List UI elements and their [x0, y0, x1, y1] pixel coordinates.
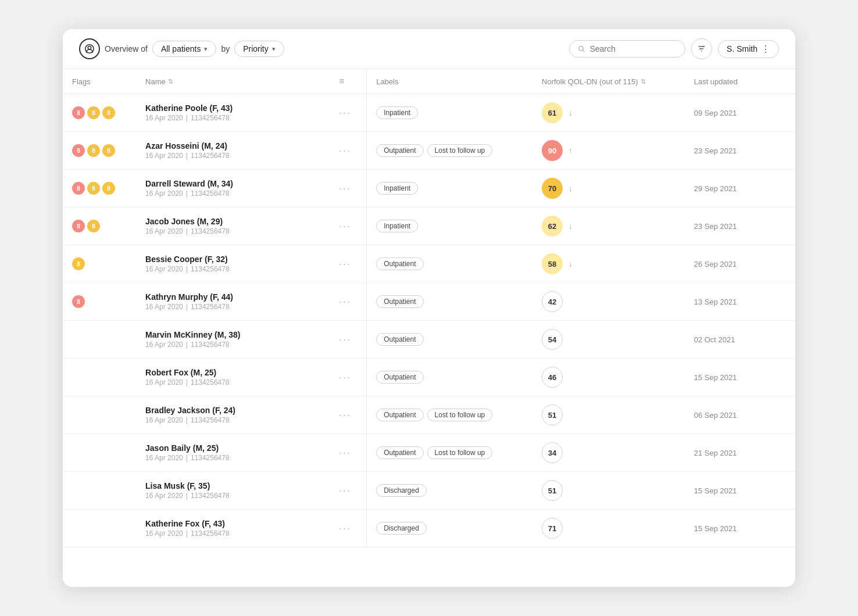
flags-cell [63, 321, 136, 359]
row-menu-cell[interactable]: ··· [330, 170, 367, 207]
flags-cell: 888 [63, 132, 136, 170]
row-menu-cell[interactable]: ··· [330, 472, 367, 510]
score-circle: 51 [542, 480, 563, 501]
row-menu-icon[interactable]: ··· [339, 409, 357, 421]
patient-name: Katherine Poole (F, 43) [145, 103, 320, 113]
label-tag: Outpatient [376, 257, 423, 270]
label-tag: Lost to follow up [427, 144, 493, 157]
patient-name: Katherine Fox (F, 43) [145, 519, 320, 528]
patient-name: Jacob Jones (M, 29) [145, 217, 320, 226]
user-menu-button[interactable]: S. Smith ⋮ [718, 40, 779, 58]
score-cell: 46 [532, 359, 685, 396]
logo-icon [79, 38, 100, 59]
name-column-header[interactable]: Name ⇅ [136, 69, 330, 94]
patient-info: 16 Apr 2020|1134256478 [145, 265, 320, 273]
row-menu-cell[interactable]: ··· [330, 396, 367, 434]
priority-button[interactable]: Priority ▾ [234, 41, 284, 57]
name-cell: Robert Fox (M, 25)16 Apr 2020|1134256478 [136, 359, 330, 396]
score-cell: 54 [532, 321, 685, 359]
row-menu-cell[interactable]: ··· [330, 207, 367, 245]
header: Overview of All patients ▾ by Priority ▾ [63, 29, 795, 69]
score-cell: 34 [532, 434, 685, 472]
table-row[interactable]: Robert Fox (M, 25)16 Apr 2020|1134256478… [63, 359, 795, 396]
search-icon [578, 45, 585, 53]
row-menu-icon[interactable]: ··· [339, 296, 357, 308]
search-input[interactable] [589, 44, 677, 53]
flag-dot: 8 [72, 257, 85, 270]
row-menu-cell[interactable]: ··· [330, 283, 367, 321]
table-row[interactable]: 8Kathryn Murphy (F, 44)16 Apr 2020|11342… [63, 283, 795, 321]
labels-cell: Outpatient [367, 245, 532, 283]
table-row[interactable]: 888Azar Hosseini (M, 24)16 Apr 2020|1134… [63, 132, 795, 170]
row-menu-icon[interactable]: ··· [339, 145, 357, 157]
patient-name: Lisa Musk (F, 35) [145, 481, 320, 490]
flag-dot: 8 [102, 182, 115, 195]
label-tag: Discharged [376, 484, 427, 497]
patient-name: Azar Hosseini (M, 24) [145, 141, 320, 151]
table-row[interactable]: 8Bessie Cooper (F, 32)16 Apr 2020|113425… [63, 245, 795, 283]
score-cell: 58↓ [532, 245, 685, 283]
flag-dot: 8 [102, 106, 115, 119]
search-box[interactable] [569, 40, 685, 58]
score-circle: 54 [542, 329, 563, 350]
patient-info: 16 Apr 2020|1134256478 [145, 189, 320, 198]
row-menu-cell[interactable]: ··· [330, 94, 367, 132]
row-menu-cell[interactable]: ··· [330, 132, 367, 170]
score-cell: 51 [532, 472, 685, 510]
flags-cell: 88 [63, 207, 136, 245]
table-row[interactable]: Katherine Fox (F, 43)16 Apr 2020|1134256… [63, 510, 795, 547]
row-menu-icon[interactable]: ··· [339, 107, 357, 119]
row-menu-icon[interactable]: ··· [339, 334, 357, 346]
row-menu-cell[interactable]: ··· [330, 434, 367, 472]
row-menu-cell[interactable]: ··· [330, 510, 367, 547]
row-menu-icon[interactable]: ··· [339, 220, 357, 232]
labels-cell: OutpatientLost to follow up [367, 434, 532, 472]
filter-button[interactable] [691, 38, 712, 59]
patient-info: 16 Apr 2020|1134256478 [145, 529, 320, 538]
label-tag: Lost to follow up [427, 409, 493, 421]
flag-dot: 8 [87, 106, 100, 119]
table-row[interactable]: 888Darrell Steward (M, 34)16 Apr 2020|11… [63, 170, 795, 207]
score-column-header[interactable]: Norfolk QOL-DN (out of 115) ⇅ [532, 69, 685, 94]
table-row[interactable]: 88Jacob Jones (M, 29)16 Apr 2020|1134256… [63, 207, 795, 245]
score-circle: 70 [542, 178, 563, 199]
row-menu-icon[interactable]: ··· [339, 258, 357, 270]
name-cell: Jacob Jones (M, 29)16 Apr 2020|113425647… [136, 207, 330, 245]
name-cell: Bessie Cooper (F, 32)16 Apr 2020|1134256… [136, 245, 330, 283]
score-cell: 70↓ [532, 170, 685, 207]
score-circle: 51 [542, 404, 563, 425]
name-cell: Kathryn Murphy (F, 44)16 Apr 2020|113425… [136, 283, 330, 321]
updated-cell: 06 Sep 2021 [685, 396, 795, 434]
row-menu-cell[interactable]: ··· [330, 245, 367, 283]
updated-cell: 15 Sep 2021 [685, 510, 795, 547]
row-menu-icon[interactable]: ··· [339, 522, 357, 535]
row-menu-icon[interactable]: ··· [339, 371, 357, 384]
labels-cell: Outpatient [367, 283, 532, 321]
user-label: S. Smith [727, 44, 757, 53]
app-container: Overview of All patients ▾ by Priority ▾ [63, 29, 795, 587]
patient-name: Darrell Steward (M, 34) [145, 179, 320, 188]
row-menu-icon[interactable]: ··· [339, 447, 357, 459]
flags-column-header: Flags [63, 69, 136, 94]
table-row[interactable]: Bradley Jackson (F, 24)16 Apr 2020|11342… [63, 396, 795, 434]
header-left: Overview of All patients ▾ by Priority ▾ [79, 38, 563, 59]
header-right: S. Smith ⋮ [569, 38, 779, 59]
all-patients-button[interactable]: All patients ▾ [152, 41, 216, 57]
updated-cell: 23 Sep 2021 [685, 207, 795, 245]
row-menu-icon[interactable]: ··· [339, 182, 357, 195]
table-row[interactable]: Jason Baily (M, 25)16 Apr 2020|113425647… [63, 434, 795, 472]
table-row[interactable]: 888Katherine Poole (F, 43)16 Apr 2020|11… [63, 94, 795, 132]
sort-icon: ⇅ [168, 78, 173, 85]
score-circle: 42 [542, 291, 563, 312]
table-row[interactable]: Marvin McKinney (M, 38)16 Apr 2020|11342… [63, 321, 795, 359]
row-menu-cell[interactable]: ··· [330, 321, 367, 359]
row-menu-cell[interactable]: ··· [330, 359, 367, 396]
updated-date: 02 Oct 2021 [694, 335, 735, 344]
table-row[interactable]: Lisa Musk (F, 35)16 Apr 2020|1134256478·… [63, 472, 795, 510]
patient-name: Jason Baily (M, 25) [145, 443, 320, 453]
patient-name: Bradley Jackson (F, 24) [145, 406, 320, 415]
name-cell: Azar Hosseini (M, 24)16 Apr 2020|1134256… [136, 132, 330, 170]
patient-info: 16 Apr 2020|1134256478 [145, 114, 320, 122]
row-menu-icon[interactable]: ··· [339, 485, 357, 497]
flags-cell: 8 [63, 283, 136, 321]
